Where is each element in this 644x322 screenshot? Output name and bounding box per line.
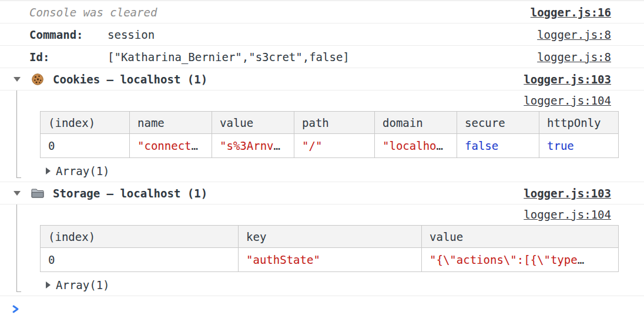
storage-group: Storage – localhost (1) logger.js:103 lo… [0, 182, 644, 296]
command-label: Command: [29, 28, 108, 41]
table-cell: "authState" [239, 248, 422, 272]
table-cell: "/" [294, 134, 375, 158]
cookies-table: (index)namevaluepathdomainsecurehttpOnly… [40, 111, 619, 158]
id-label: Id: [29, 51, 108, 63]
cookies-array-label: Array(1) [56, 165, 110, 177]
source-link-cookies[interactable]: logger.js:103 [524, 73, 611, 86]
group-indent-guide [16, 90, 21, 178]
column-header: value [212, 112, 294, 134]
column-header: name [130, 112, 212, 134]
prompt-chevron-icon [11, 304, 21, 314]
cookies-array-toggle[interactable]: Array(1) [0, 162, 644, 180]
expand-triangle-icon[interactable] [46, 167, 51, 175]
cookies-group-header[interactable]: Cookies – localhost (1) logger.js:103 [0, 68, 644, 90]
column-header: (index) [41, 112, 130, 134]
table-cell: "connect… [130, 134, 212, 158]
table-row: 0"connect…"s%3Arnv…"/""localho…falsetrue [41, 134, 619, 158]
column-header: path [294, 112, 375, 134]
cookies-group-title: Cookies – localhost (1) [53, 73, 207, 86]
source-link-storage-table[interactable]: logger.js:104 [524, 208, 611, 221]
column-header: domain [375, 112, 457, 134]
storage-group-title: Storage – localhost (1) [53, 187, 207, 200]
cookies-group: Cookies – localhost (1) logger.js:103 lo… [0, 68, 644, 182]
table-header-row: (index)keyvalue [41, 226, 619, 248]
table-row: 0"authState""{\"actions\":[{\"type… [41, 248, 619, 272]
cookies-log-row: logger.js:104 [0, 90, 644, 110]
collapse-triangle-icon[interactable] [14, 77, 21, 82]
console-message-cleared: Console was cleared logger.js:16 [0, 0, 644, 24]
folder-icon [31, 187, 44, 200]
table-cell: false [457, 134, 539, 158]
storage-group-body: logger.js:104 (index)keyvalue0"authState… [0, 204, 644, 296]
table-cell: "s%3Arnv… [212, 134, 294, 158]
storage-array-label: Array(1) [56, 279, 110, 291]
source-link-id[interactable]: logger.js:8 [537, 51, 611, 63]
expand-triangle-icon[interactable] [46, 281, 51, 289]
table-cell: true [539, 134, 619, 158]
table-cell: 0 [41, 134, 130, 158]
collapse-triangle-icon[interactable] [14, 191, 21, 196]
storage-array-toggle[interactable]: Array(1) [0, 276, 644, 294]
group-indent-guide [16, 204, 21, 292]
storage-log-row: logger.js:104 [0, 204, 644, 224]
console-prompt[interactable] [0, 296, 644, 322]
cookie-icon [31, 73, 44, 86]
column-header: key [239, 226, 422, 248]
console-message-command: Command: session logger.js:8 [0, 24, 644, 46]
id-value: ["Katharina_Bernier","s3cret",false] [108, 51, 350, 63]
source-link-cookies-table[interactable]: logger.js:104 [524, 94, 611, 107]
column-header: value [422, 226, 619, 248]
source-link-cleared[interactable]: logger.js:16 [531, 6, 611, 19]
cleared-text: Console was cleared [29, 6, 157, 19]
storage-table: (index)keyvalue0"authState""{\"actions\"… [40, 225, 619, 272]
command-value: session [108, 28, 155, 41]
source-link-storage[interactable]: logger.js:103 [524, 187, 611, 200]
table-header-row: (index)namevaluepathdomainsecurehttpOnly [41, 112, 619, 134]
storage-group-header[interactable]: Storage – localhost (1) logger.js:103 [0, 182, 644, 204]
console-message-id: Id: ["Katharina_Bernier","s3cret",false]… [0, 46, 644, 68]
column-header: httpOnly [539, 112, 619, 134]
source-link-command[interactable]: logger.js:8 [537, 28, 611, 41]
column-header: secure [457, 112, 539, 134]
table-cell: 0 [41, 248, 239, 272]
table-cell: "{\"actions\":[{\"type… [422, 248, 619, 272]
column-header: (index) [41, 226, 239, 248]
cookies-group-body: logger.js:104 (index)namevaluepathdomain… [0, 90, 644, 182]
console-panel: Console was cleared logger.js:16 Command… [0, 0, 644, 322]
table-cell: "localho… [375, 134, 457, 158]
